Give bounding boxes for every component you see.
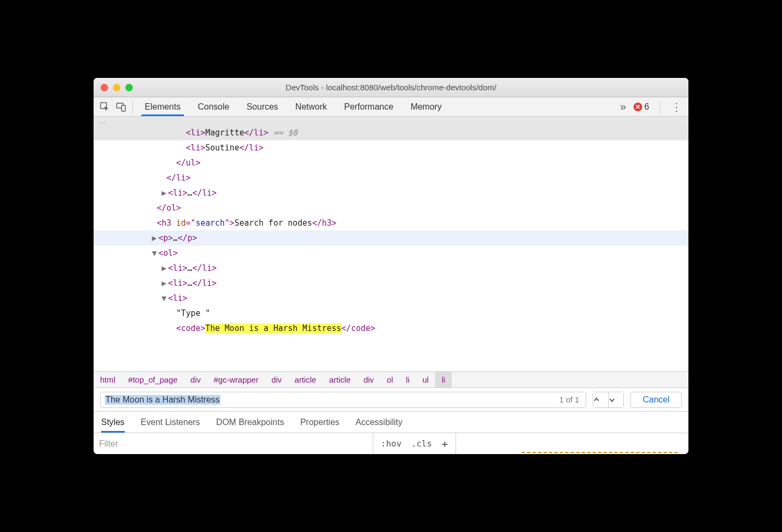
breadcrumb: html #top_of_page div #gc-wrapper div ar… bbox=[94, 371, 688, 387]
tree-line[interactable]: ▶<li>…</li> bbox=[94, 261, 688, 276]
crumb-ol[interactable]: ol bbox=[380, 372, 400, 387]
subpanel-tabs: Styles Event Listeners DOM Breakpoints P… bbox=[94, 411, 688, 433]
disclosure-icon[interactable]: ▶ bbox=[161, 278, 168, 288]
search-query: The Moon is a Harsh Mistress bbox=[105, 395, 221, 405]
disclosure-icon[interactable]: ▶ bbox=[161, 188, 168, 198]
tab-memory[interactable]: Memory bbox=[402, 97, 450, 116]
traffic-lights bbox=[101, 84, 133, 91]
dom-tree[interactable]: <li>Magritte</li> == $0 <li>Soutine</li>… bbox=[94, 125, 688, 371]
crumb-article[interactable]: article bbox=[288, 372, 323, 387]
crumb-li[interactable]: li bbox=[435, 372, 452, 387]
selection-outline bbox=[522, 452, 678, 454]
overflow-indicator: … bbox=[94, 117, 688, 125]
crumb-div[interactable]: div bbox=[184, 372, 207, 387]
tree-line[interactable]: </ul> bbox=[94, 155, 688, 170]
styles-filter-input[interactable]: Filter bbox=[94, 433, 373, 454]
crumb-li[interactable]: li bbox=[400, 372, 416, 387]
close-icon[interactable] bbox=[101, 84, 108, 91]
tree-line[interactable]: ▶<p>…</p> bbox=[94, 231, 688, 246]
search-bar: The Moon is a Harsh Mistress 1 of 1 Canc… bbox=[94, 387, 688, 411]
minimize-icon[interactable] bbox=[113, 84, 120, 91]
tree-line[interactable]: <h3 id="search">Search for nodes</h3> bbox=[94, 215, 688, 231]
disclosure-icon[interactable]: ▼ bbox=[152, 248, 158, 258]
tree-line[interactable]: ▶<li>…</li> bbox=[94, 276, 688, 291]
cancel-button[interactable]: Cancel bbox=[630, 392, 682, 408]
error-count: 6 bbox=[644, 102, 649, 112]
new-style-button[interactable]: + bbox=[442, 437, 448, 450]
disclosure-icon[interactable]: ▶ bbox=[161, 263, 168, 273]
window-title: DevTools - localhost:8080/web/tools/chro… bbox=[94, 83, 688, 92]
cls-toggle[interactable]: .cls bbox=[411, 438, 432, 449]
tree-line[interactable]: <li>Magritte</li> == $0 bbox=[94, 125, 688, 140]
disclosure-icon[interactable]: ▼ bbox=[161, 293, 168, 303]
kebab-menu-icon[interactable]: ⋮ bbox=[671, 100, 681, 113]
error-badge[interactable]: ✕ 6 bbox=[634, 102, 649, 112]
devtools-window: DevTools - localhost:8080/web/tools/chro… bbox=[94, 78, 688, 454]
tab-network[interactable]: Network bbox=[287, 97, 336, 116]
main-toolbar: Elements Console Sources Network Perform… bbox=[94, 97, 688, 117]
search-next-button[interactable] bbox=[608, 392, 623, 407]
tab-elements[interactable]: Elements bbox=[136, 97, 189, 116]
inspect-icon[interactable] bbox=[97, 102, 113, 112]
tree-line[interactable]: ▼<ol> bbox=[94, 246, 688, 261]
tree-line[interactable]: ▼<li> bbox=[94, 291, 688, 306]
tree-line[interactable]: </ol> bbox=[94, 200, 688, 215]
search-input[interactable]: The Moon is a Harsh Mistress 1 of 1 bbox=[100, 392, 586, 408]
more-tabs-icon[interactable]: » bbox=[620, 100, 626, 113]
styles-pane bbox=[456, 433, 688, 454]
device-toggle-icon[interactable] bbox=[113, 102, 129, 112]
tree-line[interactable]: "Type " bbox=[94, 306, 688, 321]
svg-rect-2 bbox=[122, 105, 125, 111]
disclosure-icon[interactable]: ▶ bbox=[152, 233, 158, 243]
subtab-dom-breakpoints[interactable]: DOM Breakpoints bbox=[216, 412, 284, 433]
tree-line[interactable]: ▶<li>…</li> bbox=[94, 185, 688, 200]
error-icon: ✕ bbox=[634, 103, 642, 111]
search-stepper bbox=[593, 392, 624, 408]
tree-line[interactable]: </li> bbox=[94, 170, 688, 185]
search-prev-button[interactable] bbox=[593, 392, 608, 407]
hov-toggle[interactable]: :hov bbox=[381, 438, 402, 449]
crumb-top-of-page[interactable]: #top_of_page bbox=[122, 372, 184, 387]
tree-line[interactable]: <code>The Moon is a Harsh Mistress</code… bbox=[94, 321, 688, 336]
styles-toolbar: Filter :hov .cls + bbox=[94, 433, 688, 454]
zoom-icon[interactable] bbox=[125, 84, 133, 91]
tab-sources[interactable]: Sources bbox=[238, 97, 287, 116]
panel-tabs: Elements Console Sources Network Perform… bbox=[136, 97, 450, 116]
crumb-ul[interactable]: ul bbox=[416, 372, 435, 387]
subtab-styles[interactable]: Styles bbox=[101, 412, 125, 433]
tab-performance[interactable]: Performance bbox=[336, 97, 402, 116]
subtab-event-listeners[interactable]: Event Listeners bbox=[141, 412, 200, 433]
tab-console[interactable]: Console bbox=[189, 97, 238, 116]
crumb-html[interactable]: html bbox=[94, 372, 122, 387]
crumb-div[interactable]: div bbox=[357, 372, 380, 387]
search-count: 1 of 1 bbox=[559, 395, 582, 404]
subtab-properties[interactable]: Properties bbox=[300, 412, 339, 433]
crumb-article[interactable]: article bbox=[323, 372, 357, 387]
crumb-gc-wrapper[interactable]: #gc-wrapper bbox=[207, 372, 265, 387]
subtab-accessibility[interactable]: Accessibility bbox=[356, 412, 402, 433]
crumb-div[interactable]: div bbox=[265, 372, 288, 387]
titlebar: DevTools - localhost:8080/web/tools/chro… bbox=[94, 78, 688, 97]
tree-line[interactable]: <li>Soutine</li> bbox=[94, 140, 688, 155]
search-match: The Moon is a Harsh Mistress bbox=[205, 323, 342, 333]
